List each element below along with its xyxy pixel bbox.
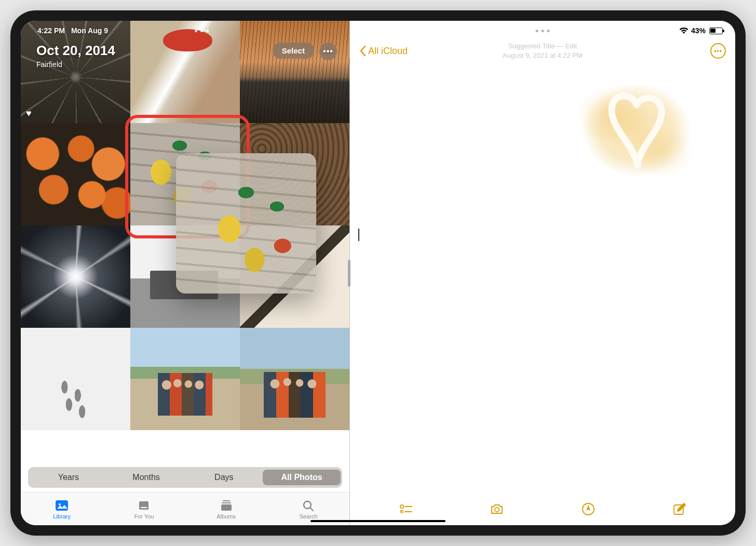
- select-button[interactable]: Select: [273, 43, 314, 59]
- split-view-handle[interactable]: [348, 260, 350, 287]
- photo-thumbnail[interactable]: [21, 225, 130, 328]
- photo-thumbnail[interactable]: [240, 225, 349, 328]
- ipad-device-frame: ♥ 4:22 PM Mon Aug 9: [10, 10, 746, 536]
- photo-thumbnail[interactable]: [130, 225, 240, 328]
- svg-rect-7: [221, 504, 232, 511]
- photos-header: Oct 20, 2014 Fairfield Select •••: [21, 39, 349, 69]
- notes-nav-bar: All iCloud Suggested Title — Edit August…: [350, 38, 735, 63]
- note-timestamp: August 9, 2021 at 4:22 PM: [503, 51, 583, 60]
- status-bar-right-pane: 43%: [350, 25, 735, 36]
- library-location: Fairfield: [36, 60, 115, 69]
- compose-button[interactable]: [671, 501, 687, 519]
- multitasking-dots-icon[interactable]: [195, 30, 209, 32]
- tab-albums-label: Albums: [217, 513, 236, 520]
- notes-app-pane: 43% All iCloud Suggested Title — Edit Au…: [349, 21, 735, 525]
- tab-for-you[interactable]: For You: [103, 492, 185, 525]
- photos-tab-bar: Library For You Albums Search: [21, 492, 349, 525]
- multitasking-dots-icon[interactable]: [535, 30, 549, 32]
- library-date-title: Oct 20, 2014: [36, 43, 115, 59]
- wifi-icon: [679, 27, 689, 34]
- photo-thumbnail[interactable]: [240, 328, 349, 430]
- albums-icon: [219, 499, 234, 512]
- segment-all-photos[interactable]: All Photos: [263, 470, 341, 485]
- note-suggested-title[interactable]: Suggested Title — Edit: [503, 42, 583, 51]
- for-you-icon: [137, 499, 151, 512]
- svg-line-9: [310, 508, 313, 511]
- photo-thumbnail[interactable]: [21, 123, 130, 225]
- photo-thumbnail[interactable]: [21, 328, 130, 430]
- note-more-button[interactable]: •••: [710, 43, 726, 59]
- segment-years[interactable]: Years: [30, 470, 107, 485]
- photos-app-pane: ♥ 4:22 PM Mon Aug 9: [21, 21, 349, 525]
- home-indicator[interactable]: [310, 520, 446, 522]
- note-metadata: Suggested Title — Edit August 9, 2021 at…: [503, 42, 583, 60]
- markup-pen-icon: [580, 501, 596, 517]
- svg-rect-6: [222, 502, 231, 503]
- photo-thumbnail-highlighted[interactable]: [130, 123, 240, 225]
- svg-point-14: [495, 508, 499, 512]
- library-icon: [55, 499, 69, 512]
- library-view-segmented-control[interactable]: Years Months Days All Photos: [28, 467, 342, 488]
- status-bar-left-pane: 4:22 PM Mon Aug 9: [21, 25, 349, 36]
- chevron-left-icon: [359, 45, 367, 57]
- svg-point-2: [59, 503, 61, 505]
- tab-for-you-label: For You: [134, 513, 154, 520]
- segment-days[interactable]: Days: [185, 470, 263, 485]
- search-icon: [301, 499, 316, 512]
- svg-rect-0: [56, 501, 68, 510]
- photo-thumbnail[interactable]: [240, 123, 349, 225]
- segment-months[interactable]: Months: [107, 470, 185, 485]
- text-cursor: [358, 229, 359, 241]
- svg-point-10: [400, 505, 403, 508]
- svg-rect-5: [223, 500, 230, 501]
- status-time: 4:22 PM: [37, 26, 65, 35]
- favorite-heart-icon: ♥: [26, 108, 32, 119]
- compose-icon: [671, 501, 687, 517]
- checklist-icon: [398, 501, 414, 517]
- note-body[interactable]: [350, 68, 735, 492]
- battery-percentage: 43%: [691, 26, 706, 35]
- camera-icon: [489, 501, 505, 517]
- battery-icon: [708, 28, 723, 34]
- tab-library[interactable]: Library: [21, 492, 103, 525]
- tab-albums[interactable]: Albums: [185, 492, 267, 525]
- back-button[interactable]: All iCloud: [359, 45, 408, 57]
- heart-icon: [600, 84, 673, 172]
- note-drawing: [559, 64, 714, 210]
- tab-search-label: Search: [299, 513, 317, 520]
- tab-library-label: Library: [53, 513, 71, 520]
- camera-button[interactable]: [489, 501, 505, 519]
- svg-rect-4: [141, 507, 147, 508]
- more-options-button[interactable]: •••: [319, 43, 337, 60]
- ipad-screen: ♥ 4:22 PM Mon Aug 9: [21, 21, 735, 525]
- svg-rect-3: [139, 501, 148, 510]
- checklist-button[interactable]: [398, 501, 414, 519]
- back-button-label: All iCloud: [368, 46, 408, 57]
- status-date: Mon Aug 9: [71, 26, 108, 35]
- photo-thumbnail[interactable]: [130, 328, 240, 430]
- photo-grid[interactable]: ♥: [21, 21, 349, 525]
- markup-button[interactable]: [580, 501, 596, 519]
